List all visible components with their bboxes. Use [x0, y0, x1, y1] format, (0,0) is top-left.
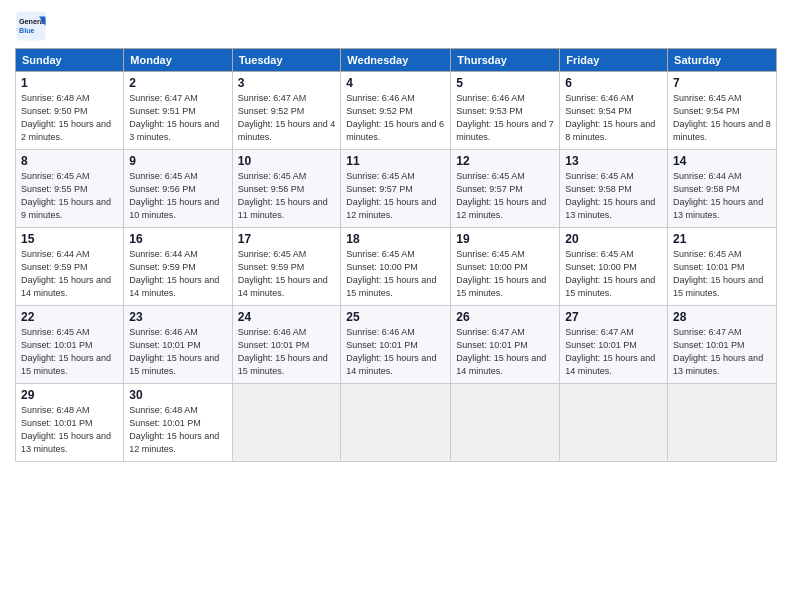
day-number: 14: [673, 154, 771, 168]
calendar-cell: 16Sunrise: 6:44 AMSunset: 9:59 PMDayligh…: [124, 228, 232, 306]
day-info: Sunrise: 6:48 AMSunset: 10:01 PMDaylight…: [129, 404, 226, 456]
day-number: 30: [129, 388, 226, 402]
page: General Blue SundayMondayTuesdayWednesda…: [0, 0, 792, 612]
day-number: 8: [21, 154, 118, 168]
day-info: Sunrise: 6:44 AMSunset: 9:59 PMDaylight:…: [129, 248, 226, 300]
day-number: 16: [129, 232, 226, 246]
day-number: 17: [238, 232, 336, 246]
day-info: Sunrise: 6:45 AMSunset: 10:00 PMDaylight…: [346, 248, 445, 300]
calendar-cell: 9Sunrise: 6:45 AMSunset: 9:56 PMDaylight…: [124, 150, 232, 228]
day-number: 1: [21, 76, 118, 90]
day-info: Sunrise: 6:48 AMSunset: 10:01 PMDaylight…: [21, 404, 118, 456]
day-info: Sunrise: 6:46 AMSunset: 9:52 PMDaylight:…: [346, 92, 445, 144]
logo: General Blue: [15, 10, 47, 42]
day-number: 12: [456, 154, 554, 168]
day-number: 27: [565, 310, 662, 324]
header: General Blue: [15, 10, 777, 42]
day-info: Sunrise: 6:44 AMSunset: 9:58 PMDaylight:…: [673, 170, 771, 222]
day-info: Sunrise: 6:45 AMSunset: 9:58 PMDaylight:…: [565, 170, 662, 222]
day-info: Sunrise: 6:47 AMSunset: 9:52 PMDaylight:…: [238, 92, 336, 144]
day-info: Sunrise: 6:45 AMSunset: 9:54 PMDaylight:…: [673, 92, 771, 144]
calendar-cell: 3Sunrise: 6:47 AMSunset: 9:52 PMDaylight…: [232, 72, 341, 150]
calendar-cell: 18Sunrise: 6:45 AMSunset: 10:00 PMDaylig…: [341, 228, 451, 306]
calendar-cell: 10Sunrise: 6:45 AMSunset: 9:56 PMDayligh…: [232, 150, 341, 228]
calendar-cell: 2Sunrise: 6:47 AMSunset: 9:51 PMDaylight…: [124, 72, 232, 150]
day-info: Sunrise: 6:46 AMSunset: 9:54 PMDaylight:…: [565, 92, 662, 144]
calendar-cell: 21Sunrise: 6:45 AMSunset: 10:01 PMDaylig…: [668, 228, 777, 306]
day-info: Sunrise: 6:47 AMSunset: 10:01 PMDaylight…: [565, 326, 662, 378]
calendar-week-1: 1Sunrise: 6:48 AMSunset: 9:50 PMDaylight…: [16, 72, 777, 150]
calendar-table: SundayMondayTuesdayWednesdayThursdayFrid…: [15, 48, 777, 462]
col-header-wednesday: Wednesday: [341, 49, 451, 72]
svg-text:Blue: Blue: [19, 26, 35, 35]
day-info: Sunrise: 6:45 AMSunset: 9:59 PMDaylight:…: [238, 248, 336, 300]
calendar-cell: 1Sunrise: 6:48 AMSunset: 9:50 PMDaylight…: [16, 72, 124, 150]
calendar-cell: 26Sunrise: 6:47 AMSunset: 10:01 PMDaylig…: [451, 306, 560, 384]
day-number: 22: [21, 310, 118, 324]
calendar-week-4: 22Sunrise: 6:45 AMSunset: 10:01 PMDaylig…: [16, 306, 777, 384]
col-header-tuesday: Tuesday: [232, 49, 341, 72]
day-info: Sunrise: 6:45 AMSunset: 10:01 PMDaylight…: [673, 248, 771, 300]
col-header-saturday: Saturday: [668, 49, 777, 72]
calendar-cell: 22Sunrise: 6:45 AMSunset: 10:01 PMDaylig…: [16, 306, 124, 384]
calendar-cell: 5Sunrise: 6:46 AMSunset: 9:53 PMDaylight…: [451, 72, 560, 150]
day-info: Sunrise: 6:45 AMSunset: 10:01 PMDaylight…: [21, 326, 118, 378]
day-info: Sunrise: 6:45 AMSunset: 10:00 PMDaylight…: [456, 248, 554, 300]
day-number: 2: [129, 76, 226, 90]
col-header-friday: Friday: [560, 49, 668, 72]
calendar-cell: [560, 384, 668, 462]
day-number: 9: [129, 154, 226, 168]
calendar-cell: [341, 384, 451, 462]
calendar-cell: 19Sunrise: 6:45 AMSunset: 10:00 PMDaylig…: [451, 228, 560, 306]
day-info: Sunrise: 6:45 AMSunset: 10:00 PMDaylight…: [565, 248, 662, 300]
day-info: Sunrise: 6:46 AMSunset: 10:01 PMDaylight…: [238, 326, 336, 378]
col-header-sunday: Sunday: [16, 49, 124, 72]
day-number: 26: [456, 310, 554, 324]
calendar-cell: 30Sunrise: 6:48 AMSunset: 10:01 PMDaylig…: [124, 384, 232, 462]
day-number: 25: [346, 310, 445, 324]
calendar-week-2: 8Sunrise: 6:45 AMSunset: 9:55 PMDaylight…: [16, 150, 777, 228]
calendar-cell: 29Sunrise: 6:48 AMSunset: 10:01 PMDaylig…: [16, 384, 124, 462]
day-number: 13: [565, 154, 662, 168]
day-number: 24: [238, 310, 336, 324]
calendar-cell: [451, 384, 560, 462]
day-info: Sunrise: 6:45 AMSunset: 9:56 PMDaylight:…: [129, 170, 226, 222]
calendar-cell: 23Sunrise: 6:46 AMSunset: 10:01 PMDaylig…: [124, 306, 232, 384]
day-info: Sunrise: 6:45 AMSunset: 9:57 PMDaylight:…: [346, 170, 445, 222]
calendar-cell: 6Sunrise: 6:46 AMSunset: 9:54 PMDaylight…: [560, 72, 668, 150]
logo-icon: General Blue: [15, 10, 47, 42]
day-number: 23: [129, 310, 226, 324]
day-number: 5: [456, 76, 554, 90]
calendar-header-row: SundayMondayTuesdayWednesdayThursdayFrid…: [16, 49, 777, 72]
day-info: Sunrise: 6:44 AMSunset: 9:59 PMDaylight:…: [21, 248, 118, 300]
calendar-week-5: 29Sunrise: 6:48 AMSunset: 10:01 PMDaylig…: [16, 384, 777, 462]
day-number: 19: [456, 232, 554, 246]
day-info: Sunrise: 6:48 AMSunset: 9:50 PMDaylight:…: [21, 92, 118, 144]
day-info: Sunrise: 6:45 AMSunset: 9:55 PMDaylight:…: [21, 170, 118, 222]
day-number: 28: [673, 310, 771, 324]
calendar-cell: 25Sunrise: 6:46 AMSunset: 10:01 PMDaylig…: [341, 306, 451, 384]
day-number: 29: [21, 388, 118, 402]
col-header-monday: Monday: [124, 49, 232, 72]
day-info: Sunrise: 6:46 AMSunset: 10:01 PMDaylight…: [346, 326, 445, 378]
day-number: 7: [673, 76, 771, 90]
day-number: 21: [673, 232, 771, 246]
calendar-cell: 24Sunrise: 6:46 AMSunset: 10:01 PMDaylig…: [232, 306, 341, 384]
day-number: 11: [346, 154, 445, 168]
day-info: Sunrise: 6:45 AMSunset: 9:57 PMDaylight:…: [456, 170, 554, 222]
calendar-cell: 14Sunrise: 6:44 AMSunset: 9:58 PMDayligh…: [668, 150, 777, 228]
day-info: Sunrise: 6:47 AMSunset: 10:01 PMDaylight…: [673, 326, 771, 378]
calendar-cell: 28Sunrise: 6:47 AMSunset: 10:01 PMDaylig…: [668, 306, 777, 384]
calendar-cell: 11Sunrise: 6:45 AMSunset: 9:57 PMDayligh…: [341, 150, 451, 228]
calendar-cell: 15Sunrise: 6:44 AMSunset: 9:59 PMDayligh…: [16, 228, 124, 306]
day-number: 6: [565, 76, 662, 90]
calendar-cell: 17Sunrise: 6:45 AMSunset: 9:59 PMDayligh…: [232, 228, 341, 306]
day-info: Sunrise: 6:47 AMSunset: 10:01 PMDaylight…: [456, 326, 554, 378]
calendar-cell: [668, 384, 777, 462]
day-number: 15: [21, 232, 118, 246]
day-number: 18: [346, 232, 445, 246]
calendar-cell: [232, 384, 341, 462]
calendar-cell: 20Sunrise: 6:45 AMSunset: 10:00 PMDaylig…: [560, 228, 668, 306]
calendar-cell: 12Sunrise: 6:45 AMSunset: 9:57 PMDayligh…: [451, 150, 560, 228]
calendar-cell: 13Sunrise: 6:45 AMSunset: 9:58 PMDayligh…: [560, 150, 668, 228]
